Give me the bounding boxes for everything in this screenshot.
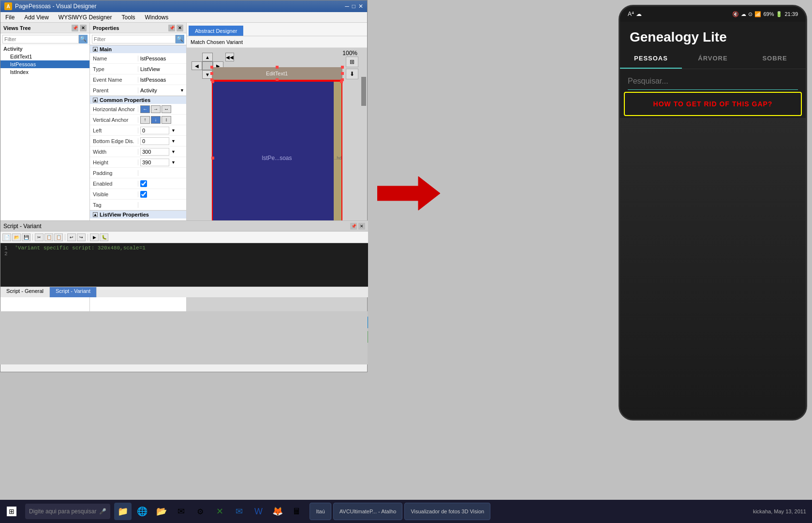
views-tree-close[interactable]: ✕ <box>80 25 87 31</box>
taskbar-item-chrome[interactable]: ⚙ <box>192 503 209 520</box>
height-dropdown[interactable]: ▼ <box>171 160 176 165</box>
prop-height-input[interactable] <box>140 159 169 166</box>
maximize-btn[interactable]: □ <box>352 3 355 10</box>
menu-windows[interactable]: Windows <box>142 13 172 22</box>
canvas-scrollbar[interactable] <box>360 72 367 169</box>
prop-visible-checkbox[interactable] <box>140 191 147 198</box>
search-container <box>620 69 806 90</box>
tab-abstract-designer[interactable]: Abstract Designer <box>189 26 243 36</box>
taskbar-open-avc[interactable]: AVCUltimateP... - Atalho <box>333 503 403 520</box>
taskbar-item-ff[interactable]: 🦊 <box>269 503 286 520</box>
listview-widget[interactable]: lstPe...soas ...hd <box>212 81 342 235</box>
canvas-tool-grid[interactable]: ⊞ <box>346 57 358 67</box>
script-btn-cut[interactable]: ✂ <box>35 233 44 241</box>
nav-up[interactable]: ▲ <box>202 53 213 61</box>
anchor-v-bottom[interactable]: ↓ <box>151 116 161 124</box>
tab-pessoas[interactable]: PESSOAS <box>620 49 682 69</box>
script-btn-undo[interactable]: ↩ <box>67 233 76 241</box>
taskbar-item-outlook[interactable]: ✉ <box>230 503 248 520</box>
lv-handle-ml[interactable] <box>211 157 214 160</box>
nav-left[interactable]: ◀ <box>192 61 202 70</box>
tree-item-lstindex[interactable]: lstIndex <box>0 68 89 76</box>
prop-left: Left ▼ <box>90 125 186 136</box>
script-pin[interactable]: 📌 <box>350 223 357 230</box>
designer-subtitle: Match Chosen Variant <box>187 36 367 48</box>
edittext-widget[interactable]: EditText1 <box>212 67 342 81</box>
script-close[interactable]: ✕ <box>358 223 365 230</box>
prop-left-input[interactable] <box>140 127 169 134</box>
handle-tr[interactable] <box>341 66 344 69</box>
script-btn-1[interactable]: 📄 <box>2 233 11 241</box>
taskbar-search-placeholder: Digite aqui para pesquisar <box>29 508 96 515</box>
script-btn-run[interactable]: ▶ <box>90 233 99 241</box>
menu-wysiwyg[interactable]: WYSIWYG Designer <box>56 13 115 22</box>
list-area <box>620 118 806 419</box>
handle-tl[interactable] <box>210 66 213 69</box>
tab-sobre[interactable]: SOBRE <box>744 49 806 69</box>
props-search-btn[interactable]: 🔍 <box>176 35 184 44</box>
taskbar-open-itau[interactable]: Itaú <box>310 503 331 520</box>
props-pin[interactable]: 📌 <box>168 25 175 31</box>
lv-handle-tl[interactable] <box>211 80 214 83</box>
anchor-v-top[interactable]: ↑ <box>140 116 150 124</box>
left-dropdown[interactable]: ▼ <box>171 128 176 133</box>
close-btn[interactable]: ✕ <box>358 3 363 10</box>
android-search-input[interactable] <box>628 73 798 90</box>
bottom-edge-dropdown[interactable]: ▼ <box>171 139 176 144</box>
tab-arvore[interactable]: ÁRVORE <box>682 49 744 69</box>
script-btn-redo[interactable]: ↪ <box>77 233 86 241</box>
code-editor[interactable]: 1 'Variant specific script: 320x480,scal… <box>0 243 368 287</box>
script-btn-debug[interactable]: 🐛 <box>100 233 108 241</box>
handle-ml[interactable] <box>210 72 213 75</box>
taskbar-item-word[interactable]: W <box>250 503 267 520</box>
handle-mr[interactable] <box>341 72 344 75</box>
listview-scrollbar[interactable]: ...hd <box>334 82 341 234</box>
taskbar-open-items: Itaú AVCUltimateP... - Atalho Visualizad… <box>310 503 490 520</box>
prop-bottom-edge: Bottom Edge Dis. ▼ <box>90 136 186 146</box>
props-filter[interactable] <box>92 35 176 44</box>
prop-bottom-edge-input[interactable] <box>140 137 169 145</box>
taskbar-item-explorer[interactable]: 📁 <box>114 503 132 520</box>
tree-item-lstpessoas[interactable]: lstPessoas <box>0 60 89 68</box>
script-btn-2[interactable]: 📂 <box>12 233 21 241</box>
taskbar-search-box[interactable]: Digite aqui para pesquisar 🎤 <box>25 504 110 519</box>
taskbar-item-edge[interactable]: 🌐 <box>133 503 151 520</box>
lv-handle-tr[interactable] <box>340 80 343 83</box>
menu-tools[interactable]: Tools <box>119 13 138 22</box>
tree-item-edittext1[interactable]: EditText1 <box>0 53 89 60</box>
minimize-btn[interactable]: ─ <box>345 3 349 10</box>
views-tree-search-btn[interactable]: 🔍 <box>79 35 88 44</box>
anchor-h-left[interactable]: ← <box>140 105 150 113</box>
taskbar-open-visualizador[interactable]: Visualizador de fotos 3D Vision <box>404 503 490 520</box>
taskbar-item-calc[interactable]: 🖩 <box>288 503 306 520</box>
collapse-common[interactable]: ▲ <box>93 98 98 102</box>
handle-tc[interactable] <box>276 66 279 69</box>
tab-script-general[interactable]: Script - General <box>0 287 50 297</box>
menu-file[interactable]: File <box>2 13 17 22</box>
collapse-left-btn[interactable]: ◀◀ <box>225 53 234 61</box>
views-tree-filter[interactable] <box>2 35 79 44</box>
taskbar-item-folder[interactable]: 📂 <box>153 503 170 520</box>
parent-dropdown-icon[interactable]: ▼ <box>180 88 184 93</box>
start-button[interactable]: ⊞ <box>0 500 23 523</box>
collapse-listview[interactable]: ▲ <box>93 212 98 217</box>
canvas-tool-download[interactable]: ⬇ <box>346 69 358 79</box>
anchor-h-right[interactable]: → <box>151 105 161 113</box>
prop-height: Height ▼ <box>90 157 186 168</box>
mid-divider <box>0 311 368 364</box>
script-btn-paste[interactable]: 📋 <box>54 233 63 241</box>
script-btn-copy[interactable]: 📋 <box>44 233 53 241</box>
taskbar-item-mail[interactable]: ✉ <box>172 503 190 520</box>
props-close[interactable]: ✕ <box>177 25 183 31</box>
menu-addview[interactable]: Add View <box>21 13 51 22</box>
collapse-main[interactable]: ▲ <box>93 47 98 52</box>
tab-script-variant[interactable]: Script - Variant <box>50 287 97 297</box>
taskbar-item-excel[interactable]: ✕ <box>211 503 228 520</box>
prop-enabled-checkbox[interactable] <box>140 180 147 187</box>
width-dropdown[interactable]: ▼ <box>171 149 176 154</box>
views-tree-pin[interactable]: 📌 <box>72 25 78 31</box>
anchor-h-both[interactable]: ↔ <box>162 105 171 113</box>
anchor-v-both[interactable]: ↕ <box>162 116 171 124</box>
script-btn-3[interactable]: 💾 <box>22 233 30 241</box>
prop-width-input[interactable] <box>140 148 169 156</box>
